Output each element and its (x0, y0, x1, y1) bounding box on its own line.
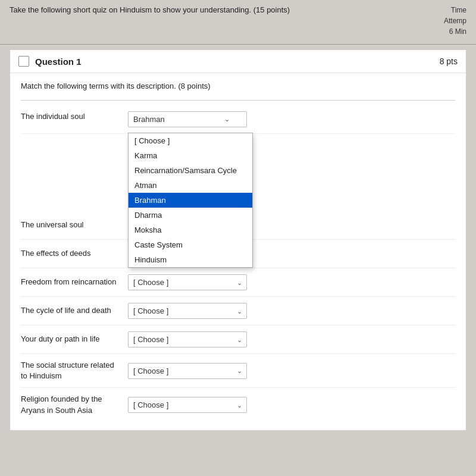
question-icon (18, 56, 29, 67)
match-label-7: The social structure related to Hinduism (21, 360, 128, 381)
match-select-8[interactable]: [ Choose ] Karma Reincarnation/Samsara C… (128, 397, 247, 413)
attempt-label: Attemp (444, 15, 466, 26)
dropdown-item-dharma[interactable]: Dharma (129, 208, 252, 223)
selected-value-1: Brahman (133, 115, 165, 124)
dropdown-item-brahman[interactable]: Brahman (129, 193, 252, 208)
match-select-wrapper-6[interactable]: [ Choose ] Karma Reincarnation/Samsara C… (128, 331, 247, 347)
match-row: The individual soul Brahman ⌄ [ Choose ]… (21, 107, 455, 134)
match-label: The individual soul (21, 111, 128, 122)
match-label-2: The universal soul (21, 220, 128, 230)
timer-label: Time (444, 5, 466, 15)
dropdown-item-moksha[interactable]: Moksha (129, 223, 252, 237)
match-label-6: Your duty or path in life (21, 334, 128, 345)
question-body: Match the following terms with its descr… (10, 73, 466, 430)
match-select-wrapper-8[interactable]: [ Choose ] Karma Reincarnation/Samsara C… (128, 397, 247, 413)
dropdown-item-choose[interactable]: [ Choose ] (129, 133, 252, 148)
match-label-5: The cycle of life and death (21, 305, 128, 316)
question-header-left: Question 1 (18, 56, 82, 67)
match-row-6: Your duty or path in life [ Choose ] Kar… (21, 325, 455, 354)
dropdown-item-reincarnation[interactable]: Reincarnation/Samsara Cycle (129, 163, 252, 178)
dropdown-open-1[interactable]: [ Choose ] Karma Reincarnation/Samsara C… (128, 133, 253, 268)
chevron-down-icon-1: ⌄ (224, 115, 230, 123)
question-instructions: Match the following terms with its descr… (21, 82, 455, 90)
match-select-7[interactable]: [ Choose ] Karma Reincarnation/Samsara C… (128, 363, 247, 379)
dropdown-item-atman[interactable]: Atman (129, 178, 252, 193)
match-select-wrapper-4[interactable]: [ Choose ] Karma Reincarnation/Samsara C… (128, 274, 247, 290)
question-header: Question 1 8 pts (10, 50, 466, 73)
match-select-wrapper-1[interactable]: Brahman ⌄ [ Choose ] Karma Reincarnation… (128, 111, 247, 127)
match-label-8: Religion founded by the Aryans in South … (21, 394, 128, 415)
match-row-7: The social structure related to Hinduism… (21, 354, 455, 388)
dropdown-item-hinduism[interactable]: Hinduism (129, 252, 252, 267)
main-content: Question 1 8 pts Match the following ter… (0, 49, 476, 431)
match-label-3: The effects of deeds (21, 248, 128, 259)
match-select-4[interactable]: [ Choose ] Karma Reincarnation/Samsara C… (128, 274, 247, 290)
match-select-wrapper-7[interactable]: [ Choose ] Karma Reincarnation/Samsara C… (128, 363, 247, 379)
quiz-instructions: Take the following short quiz on Hinduis… (10, 5, 290, 14)
question-title: Question 1 (35, 57, 82, 67)
top-divider (0, 44, 476, 45)
match-select-wrapper-5[interactable]: [ Choose ] Karma Reincarnation/Samsara C… (128, 303, 247, 319)
dropdown-item-caste[interactable]: Caste System (129, 237, 252, 252)
instructions-text: Take the following short quiz on Hinduis… (10, 5, 390, 15)
match-row-4: Freedom from reincarnation [ Choose ] Ka… (21, 268, 455, 297)
match-label-4: Freedom from reincarnation (21, 277, 128, 287)
match-row-5: The cycle of life and death [ Choose ] K… (21, 297, 455, 325)
separator (21, 100, 455, 101)
timer-info: Time Attemp 6 Min (444, 5, 466, 37)
dropdown-display-1[interactable]: Brahman ⌄ (128, 111, 247, 127)
top-bar: Take the following short quiz on Hinduis… (0, 0, 476, 42)
minutes-label: 6 Min (444, 26, 466, 37)
question-points: 8 pts (440, 57, 458, 66)
dropdown-item-karma[interactable]: Karma (129, 148, 252, 163)
question-card: Question 1 8 pts Match the following ter… (10, 49, 466, 431)
match-select-6[interactable]: [ Choose ] Karma Reincarnation/Samsara C… (128, 331, 247, 347)
match-row-8: Religion founded by the Aryans in South … (21, 388, 455, 421)
match-select-5[interactable]: [ Choose ] Karma Reincarnation/Samsara C… (128, 303, 247, 319)
